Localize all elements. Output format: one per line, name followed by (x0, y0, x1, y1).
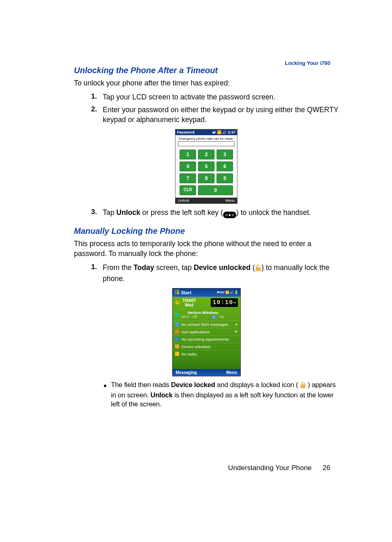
tasks-row[interactable]: No tasks (173, 350, 240, 357)
footer-section: Understanding Your Phone (228, 464, 311, 472)
step-3: 3. Tap Unlock or press the left soft key… (74, 208, 339, 219)
bullet-text: The field then reads Device locked and d… (111, 381, 339, 408)
svg-rect-6 (301, 385, 305, 388)
section1-intro: To unlock your phone after the timer has… (74, 78, 339, 88)
password-screen: Password ⇄ 📶 🔊 2:47 Emergency phone call… (175, 129, 238, 204)
key-5[interactable]: 5 (198, 161, 214, 171)
svg-rect-3 (175, 292, 177, 294)
today-clock: 10:10am (211, 298, 238, 307)
key-9[interactable]: 9 (217, 173, 233, 183)
key-4[interactable]: 4 (180, 161, 196, 171)
step-text: Tap Unlock or press the left soft key ()… (103, 208, 339, 219)
calendar-icon (175, 337, 179, 341)
step-number: 1. (74, 263, 103, 271)
bt-label: : On (218, 315, 224, 319)
key-clr[interactable]: CLR (180, 185, 196, 195)
clock-icon (175, 299, 180, 307)
wifi-status: Wi-Fi : Off (182, 315, 197, 319)
section-heading-manual-lock: Manually Locking the Phone (74, 226, 339, 236)
password-input[interactable] (178, 141, 235, 146)
locked-icon (300, 382, 306, 391)
today-left-softkey[interactable]: Messaging (176, 370, 197, 375)
sms-row[interactable]: No unread SMS messages ▸ (173, 321, 240, 328)
password-title: Password (177, 130, 195, 134)
carrier-row: Verizon Wireless Wi-Fi : Off ⓑ : On (173, 309, 240, 321)
step-number: 1. (74, 92, 103, 101)
section2-bullet: • The field then reads Device locked and… (104, 381, 339, 408)
key-1[interactable]: 1 (180, 150, 196, 159)
status-icons: ✉ EV 📶 🔊 🔋 (217, 291, 238, 294)
appts-row[interactable]: No upcoming appointments (173, 335, 240, 343)
key-3[interactable]: 3 (217, 150, 233, 159)
key-6[interactable]: 6 (217, 161, 233, 171)
step-1: 1. From the Today screen, tap Device unl… (74, 263, 339, 284)
today-softkeys: Messaging Menu (173, 369, 240, 376)
apps-row[interactable]: Get Applications ⟳ (173, 328, 240, 335)
unlocked-icon (255, 264, 261, 274)
password-msg: Emergency phone calls can be made. (175, 135, 237, 141)
step-text: From the Today screen, tap Device unlock… (103, 263, 339, 284)
section-heading-unlocking: Unlocking the Phone After a Timeout (74, 66, 339, 75)
windows-icon (175, 290, 180, 295)
tasks-icon (175, 352, 179, 356)
lock-row-icon (175, 344, 179, 348)
key-7[interactable]: 7 (180, 173, 196, 183)
section2-steps: 1. From the Today screen, tap Device unl… (74, 263, 339, 284)
key-2[interactable]: 2 (198, 150, 214, 159)
today-date-row: 7/04/07 Wed 10:10am (173, 297, 240, 309)
today-title-bar: Start ✉ EV 📶 🔊 🔋 (173, 288, 240, 297)
password-screen-figure: Password ⇄ 📶 🔊 2:47 Emergency phone call… (74, 129, 339, 204)
step-text: Tap your LCD screen to activate the pass… (103, 92, 339, 102)
section1-steps: 1. Tap your LCD screen to activate the p… (74, 92, 339, 125)
password-input-row (175, 141, 237, 148)
today-screen: Start ✉ EV 📶 🔊 🔋 7/04/07 Wed 10:10am (172, 288, 241, 376)
password-status: ⇄ 📶 🔊 2:47 (212, 130, 235, 134)
today-right-softkey[interactable]: Menu (226, 370, 237, 375)
document-page: Locking Your i760 Unlocking the Phone Af… (0, 0, 392, 542)
section1-steps-cont: 3. Tap Unlock or press the left soft key… (74, 208, 339, 219)
svg-rect-1 (175, 290, 177, 292)
start-label[interactable]: Start (181, 290, 191, 295)
svg-rect-2 (177, 290, 179, 292)
today-screen-figure: Start ✉ EV 📶 🔊 🔋 7/04/07 Wed 10:10am (74, 288, 339, 376)
key-8[interactable]: 8 (198, 173, 214, 183)
svg-rect-4 (177, 292, 179, 294)
password-right-softkey[interactable]: Menu (225, 198, 235, 203)
sms-arrow-icon: ▸ (236, 322, 238, 326)
password-keypad: 1 2 3 4 5 6 7 8 9 CLR 0 (175, 148, 237, 198)
lock-row[interactable]: Device unlocked (173, 343, 240, 350)
section2-intro: This process acts to temporarily lock th… (74, 239, 339, 258)
password-softkeys: Unlock Menu (175, 198, 237, 203)
step-number: 2. (74, 105, 103, 113)
today-date: 7/04/07 Wed (182, 298, 196, 307)
header-tag: Locking Your i760 (285, 60, 330, 66)
password-left-softkey[interactable]: Unlock (178, 198, 189, 203)
step-number: 3. (74, 208, 103, 216)
bullet-marker: • (104, 381, 111, 390)
softkey-icon (223, 212, 236, 218)
refresh-icon: ⟳ (235, 330, 238, 334)
step-text: Enter your password on either the keypad… (103, 105, 339, 125)
page-footer: Understanding Your Phone 26 (228, 464, 330, 472)
svg-rect-0 (256, 268, 261, 271)
bt-icon: ⓑ (211, 316, 217, 318)
key-0[interactable]: 0 (198, 185, 233, 195)
page-number: 26 (323, 464, 330, 472)
carrier-icon (175, 313, 179, 317)
step-2: 2. Enter your password on either the key… (74, 105, 339, 125)
carrier-name: Verizon Wireless (182, 310, 224, 315)
step-1: 1. Tap your LCD screen to activate the p… (74, 92, 339, 102)
sms-icon (175, 322, 179, 326)
password-title-bar: Password ⇄ 📶 🔊 2:47 (175, 129, 237, 135)
apps-icon (175, 330, 179, 334)
